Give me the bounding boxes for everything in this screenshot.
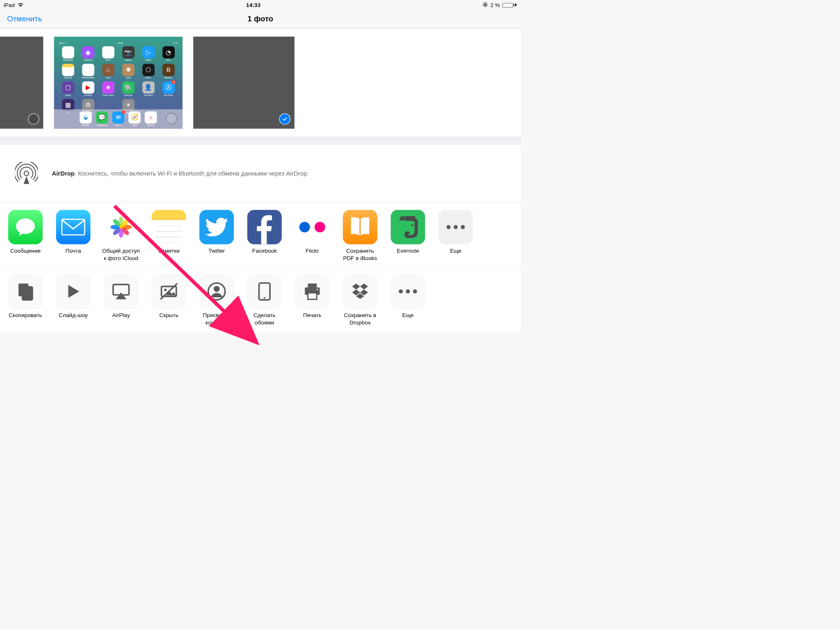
share-message[interactable]: Сообщение [7,210,44,262]
svg-rect-26 [308,293,317,299]
action-wallpaper[interactable]: Сделать обоями [246,274,283,326]
flickr-icon [295,210,329,244]
airdrop-row[interactable]: AirDrop. Коснитесь, чтобы включить Wi-Fi… [0,144,521,202]
status-bar: iPad 14:33 2 % [0,0,521,9]
action-print[interactable]: Печать [293,274,331,326]
app-13: ▶YouTube [80,81,96,96]
photo-thumb-current[interactable]: iPad ᯤ 14:33 2 % 25Календарь◉Подкасты✿Фо… [54,37,183,128]
svg-point-27 [317,289,318,290]
dock: ⬙Dropbox💬Сообщения✉2Почта🧭Safari♪Музыка [54,110,183,129]
svg-point-18 [164,289,167,291]
share-flickr[interactable]: Flickr [293,210,331,262]
actions-row: СкопироватьСлайд-шоуAirPlayСкрытьПрисвои… [0,267,521,332]
ibooks-icon [343,210,377,244]
app-12: ▢Twitch [60,81,76,96]
action-slideshow[interactable]: Слайд-шоу [55,274,92,326]
app-1: ◉Подкасты [80,46,96,62]
share-label: Заметки [158,247,180,262]
action-dropbox[interactable]: Сохранить в Dropbox [341,274,379,326]
dock-app-1: 💬Сообщения [96,112,108,127]
icloud-icon [104,210,138,244]
share-label: Еще [450,247,461,262]
orientation-lock-icon [483,2,488,9]
action-label: Печать [303,312,322,326]
share-ibooks[interactable]: Сохранить PDF в iBooks [341,210,379,262]
share-label: Сохранить PDF в iBooks [341,247,379,262]
wifi-icon [17,2,24,9]
action-label: Сделать обоями [246,312,283,326]
action-label: Присвоить контакту [198,312,235,326]
photo-selection-strip[interactable]: iPad ᯤ 14:33 2 % 25Календарь◉Подкасты✿Фо… [0,28,521,137]
action-label: Скрыть [159,312,178,326]
more-icon [438,210,473,244]
share-apps-scroller[interactable]: СообщениеПочтаОбщий доступ к фото iCloud… [4,210,517,262]
airdrop-body: . Коснитесь, чтобы включить Wi-Fi и Blue… [75,170,308,177]
share-icloud[interactable]: Общий доступ к фото iCloud [102,210,140,262]
facebook-icon [247,210,282,244]
airdrop-description: AirDrop. Коснитесь, чтобы включить Wi-Fi… [52,169,308,178]
notes-icon [152,210,186,244]
app-4: ▷Видео [140,46,156,62]
slideshow-icon [56,274,90,308]
svg-point-21 [214,286,220,292]
app-10: ⬡Карты [140,64,156,79]
action-label: Скопировать [9,312,42,326]
app-17: Ⓐ14App Store [160,81,176,96]
action-hide[interactable]: Скрыть [150,274,188,326]
airplay-icon [104,274,138,308]
status-time: 14:33 [246,2,260,9]
mini-status-left: iPad ᯤ [59,42,66,44]
svg-rect-12 [360,219,361,235]
device-label: iPad [4,2,15,9]
section-separator [0,137,521,145]
app-0: 25Календарь [60,46,76,62]
share-twitter[interactable]: Twitter [198,210,235,262]
selection-circle-icon[interactable] [28,114,39,125]
action-airplay[interactable]: AirPlay [102,274,140,326]
action-copy[interactable]: Скопировать [7,274,44,326]
photo-thumb-next[interactable] [193,37,294,128]
page-title: 1 фото [248,14,274,23]
share-label: Общий доступ к фото iCloud [102,247,140,262]
share-label: Почта [66,247,81,262]
selection-checkmark-icon[interactable] [279,114,290,125]
svg-rect-2 [62,219,85,235]
share-label: Twitter [208,247,225,262]
dock-app-4: ♪Музыка [145,112,157,127]
action-label: Слайд-шоу [59,312,88,326]
dock-app-3: 🧭Safari [128,112,141,127]
airdrop-icon [9,156,43,191]
share-mail[interactable]: Почта [55,210,92,262]
print-icon [295,274,329,308]
app-grid: 25Календарь◉Подкасты✿Фото📷Камера▷Видео◔Ч… [57,46,179,114]
action-more[interactable]: Еще [389,274,427,326]
dropbox-icon [343,274,377,308]
selection-circle-icon[interactable] [166,113,177,124]
action-label: AirPlay [112,312,130,326]
action-contact[interactable]: Присвоить контакту [198,274,235,326]
cancel-button[interactable]: Отменить [7,14,42,23]
action-label: Еще [402,312,414,326]
share-notes[interactable]: Заметки [150,210,188,262]
app-3: 📷Камера [120,46,136,62]
mini-status-time: 14:33 [117,42,123,44]
airdrop-title: AirDrop [52,170,74,177]
share-evernote[interactable]: Evernote [389,210,427,262]
share-label: Evernote [397,247,419,262]
dock-app-0: ⬙Dropbox [80,112,92,127]
actions-scroller[interactable]: СкопироватьСлайд-шоуAirPlayСкрытьПрисвои… [4,274,517,326]
share-facebook[interactable]: Facebook [246,210,283,262]
share-more[interactable]: Еще [437,210,475,262]
app-6: ▭Заметки [60,64,76,79]
photo-thumb-prev[interactable] [0,37,43,128]
share-label: Flickr [306,247,319,262]
svg-rect-15 [23,287,32,300]
app-7: ≣Напоминания [80,64,96,79]
more-icon [390,274,425,308]
ipad-homescreen-preview: iPad ᯤ 14:33 2 % 25Календарь◉Подкасты✿Фо… [54,37,183,128]
app-14: ★iTunes Store [100,81,116,96]
app-2: ✿Фото [100,46,116,62]
app-5: ◔Часы [160,46,176,62]
action-label: Сохранить в Dropbox [341,312,379,326]
share-label: Facebook [252,247,277,262]
